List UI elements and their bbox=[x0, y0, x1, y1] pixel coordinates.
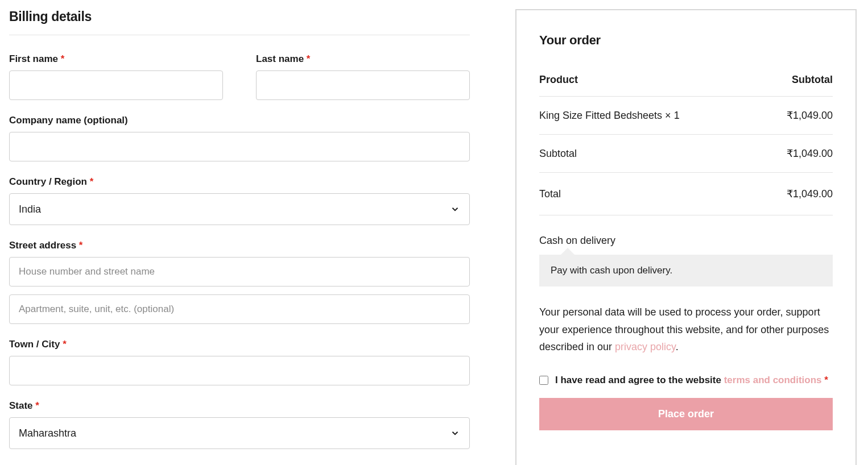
order-heading: Your order bbox=[539, 33, 833, 48]
order-summary-table: Product Subtotal King Size Fitted Bedshe… bbox=[539, 64, 833, 215]
country-label: Country / Region * bbox=[9, 176, 470, 188]
total-value-cell: ₹1,049.00 bbox=[760, 173, 833, 215]
street-address-1-input[interactable] bbox=[9, 257, 470, 287]
billing-heading: Billing details bbox=[9, 9, 470, 35]
terms-link[interactable]: terms and conditions bbox=[724, 375, 822, 385]
place-order-button[interactable]: Place order bbox=[539, 398, 833, 430]
subtotal-value-cell: ₹1,049.00 bbox=[760, 135, 833, 173]
privacy-policy-link[interactable]: privacy policy bbox=[615, 341, 676, 352]
first-name-input[interactable] bbox=[9, 70, 223, 100]
subtotal-col-header: Subtotal bbox=[760, 64, 833, 97]
order-subtotal-row: Subtotal ₹1,049.00 bbox=[539, 135, 833, 173]
terms-checkbox[interactable] bbox=[539, 376, 548, 385]
chevron-down-icon bbox=[450, 204, 460, 214]
company-input[interactable] bbox=[9, 132, 470, 161]
product-name-cell: King Size Fitted Bedsheets × 1 bbox=[539, 97, 760, 135]
chevron-down-icon bbox=[450, 428, 460, 438]
product-col-header: Product bbox=[539, 64, 760, 97]
last-name-input[interactable] bbox=[256, 70, 470, 100]
first-name-label: First name * bbox=[9, 53, 223, 65]
street-label: Street address * bbox=[9, 240, 470, 251]
country-select[interactable]: India bbox=[9, 193, 470, 225]
order-total-row: Total ₹1,049.00 bbox=[539, 173, 833, 215]
state-select[interactable]: Maharashtra bbox=[9, 417, 470, 449]
city-label: Town / City * bbox=[9, 339, 470, 350]
terms-text: I have read and agree to the website ter… bbox=[555, 372, 833, 389]
payment-method-title: Cash on delivery bbox=[539, 235, 833, 247]
last-name-label: Last name * bbox=[256, 53, 470, 65]
street-address-2-input[interactable] bbox=[9, 294, 470, 324]
product-price-cell: ₹1,049.00 bbox=[760, 97, 833, 135]
total-label-cell: Total bbox=[539, 173, 760, 215]
company-label: Company name (optional) bbox=[9, 115, 470, 126]
state-value: Maharashtra bbox=[19, 427, 76, 439]
city-input[interactable] bbox=[9, 356, 470, 385]
payment-description-box: Pay with cash upon delivery. bbox=[539, 255, 833, 287]
country-value: India bbox=[19, 204, 41, 215]
order-line-item: King Size Fitted Bedsheets × 1 ₹1,049.00 bbox=[539, 97, 833, 135]
privacy-text: Your personal data will be used to proce… bbox=[539, 304, 833, 356]
subtotal-label-cell: Subtotal bbox=[539, 135, 760, 173]
state-label: State * bbox=[9, 400, 470, 412]
